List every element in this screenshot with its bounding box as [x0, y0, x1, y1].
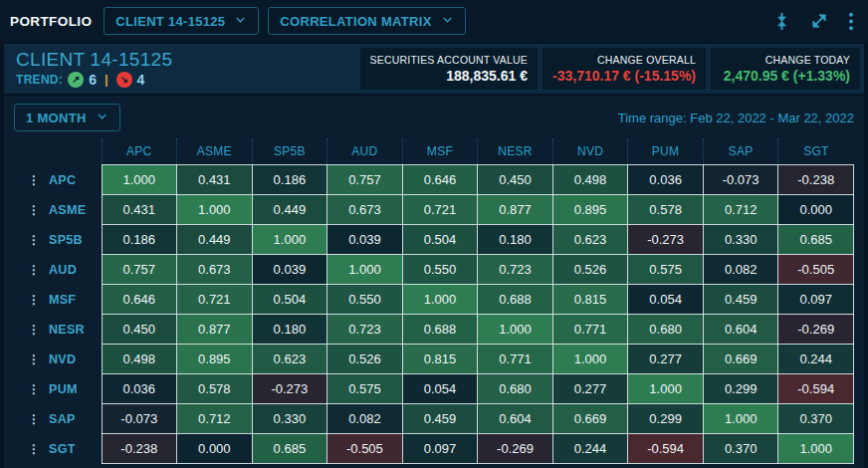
matrix-cell-aud-nesr: 0.723 — [478, 254, 553, 284]
securities-account-value-label: SECURITIES ACCOUNT VALUE — [370, 54, 528, 66]
matrix-cell-nesr-sgt: -0.269 — [778, 314, 854, 344]
matrix-cell-sap-asme: 0.712 — [177, 403, 253, 433]
matrix-cell-asme-nvd: 0.895 — [552, 194, 628, 224]
matrix-cell-asme-asme: 1.000 — [177, 194, 253, 224]
matrix-cell-asme-sap: 0.712 — [703, 194, 778, 224]
row-menu-icon[interactable]: ⋮ — [28, 173, 40, 187]
matrix-cell-sp5b-nesr: 0.180 — [478, 224, 553, 254]
matrix-cell-msf-sgt: 0.097 — [778, 284, 854, 314]
matrix-cell-pum-nvd: 0.277 — [552, 373, 628, 403]
matrix-cell-msf-nesr: 0.688 — [478, 284, 553, 314]
kebab-menu-icon[interactable] — [846, 10, 856, 33]
matrix-cell-sap-nesr: 0.604 — [478, 403, 553, 433]
expand-diagonal-icon[interactable] — [808, 10, 830, 32]
row-menu-icon[interactable]: ⋮ — [28, 352, 40, 366]
row-header-asme: ⋮ASME — [14, 194, 102, 224]
change-overall-label: CHANGE OVERALL — [597, 54, 696, 66]
client-selector-dropdown[interactable]: CLIENT 14-15125 — [104, 7, 259, 35]
matrix-row-pum: ⋮PUM0.0360.578-0.2730.5750.0540.6800.277… — [14, 373, 854, 403]
matrix-cell-aud-sp5b: 0.039 — [252, 254, 327, 284]
row-header-sp5b: ⋮SP5B — [14, 224, 102, 254]
matrix-cell-aud-aud: 1.000 — [327, 254, 403, 284]
matrix-cell-nesr-nesr: 1.000 — [478, 314, 553, 344]
matrix-cell-sap-nvd: 0.669 — [552, 403, 628, 433]
matrix-cell-pum-asme: 0.578 — [177, 373, 253, 403]
matrix-cell-msf-nvd: 0.815 — [552, 284, 628, 314]
row-ticker-label: NESR — [49, 323, 85, 337]
view-selector-dropdown[interactable]: CORRELATION MATRIX — [268, 7, 465, 35]
column-header-asme: ASME — [177, 138, 253, 164]
matrix-cell-pum-msf: 0.054 — [402, 373, 478, 403]
securities-account-value-box: SECURITIES ACCOUNT VALUE 188,835.61 € — [360, 48, 538, 90]
trend-down-icon: ↘ — [116, 72, 132, 88]
matrix-cell-sgt-asme: 0.000 — [177, 433, 253, 463]
matrix-cell-sp5b-sgt: 0.685 — [778, 224, 854, 254]
trend-down-count: 4 — [137, 72, 145, 88]
row-header-apc: ⋮APC — [14, 164, 102, 194]
matrix-cell-sp5b-asme: 0.449 — [177, 224, 253, 254]
row-menu-icon[interactable]: ⋮ — [28, 412, 40, 426]
matrix-cell-sp5b-msf: 0.504 — [402, 224, 478, 254]
main-panel: 1 MONTH Time range: Feb 22, 2022 - Mar 2… — [4, 96, 864, 468]
trend-label: TREND: — [16, 73, 63, 87]
matrix-cell-sap-sgt: 0.370 — [778, 403, 854, 433]
matrix-cell-aud-nvd: 0.526 — [552, 254, 628, 284]
matrix-cell-sap-apc: -0.073 — [102, 403, 177, 433]
collapse-vertical-icon[interactable] — [771, 10, 792, 33]
row-ticker-label: SAP — [49, 412, 76, 426]
matrix-row-nvd: ⋮NVD0.4980.8950.6230.5260.8150.7711.0000… — [14, 344, 854, 373]
matrix-cell-apc-nvd: 0.498 — [552, 164, 628, 194]
matrix-cell-apc-sgt: -0.238 — [778, 164, 854, 194]
matrix-cell-asme-sgt: 0.000 — [778, 194, 854, 224]
matrix-cell-aud-pum: 0.575 — [628, 254, 704, 284]
matrix-cell-sgt-nvd: 0.244 — [552, 433, 628, 463]
matrix-cell-sp5b-aud: 0.039 — [327, 224, 403, 254]
matrix-cell-aud-apc: 0.757 — [102, 254, 177, 284]
column-header-sp5b: SP5B — [252, 138, 327, 164]
client-name: CLIENT 14-15125 — [16, 50, 172, 71]
matrix-cell-msf-sap: 0.459 — [703, 284, 778, 314]
row-ticker-label: NVD — [49, 352, 76, 366]
matrix-cell-sgt-msf: 0.097 — [402, 433, 478, 463]
row-menu-icon[interactable]: ⋮ — [28, 203, 40, 217]
matrix-cell-apc-nesr: 0.450 — [478, 164, 553, 194]
time-range-text: Time range: Feb 22, 2022 - Mar 22, 2022 — [618, 111, 854, 125]
matrix-row-sap: ⋮SAP-0.0730.7120.3300.0820.4590.6040.669… — [14, 403, 854, 433]
column-header-sap: SAP — [703, 138, 778, 164]
matrix-cell-nesr-aud: 0.723 — [327, 314, 403, 344]
matrix-cell-sgt-apc: -0.238 — [102, 433, 177, 463]
chevron-down-icon — [441, 13, 454, 29]
row-menu-icon[interactable]: ⋮ — [28, 233, 40, 247]
row-menu-icon[interactable]: ⋮ — [28, 382, 40, 396]
matrix-cell-sgt-sgt: 1.000 — [778, 433, 854, 463]
trend-row: TREND: ↗ 6 | ↘ 4 — [16, 72, 172, 88]
row-ticker-label: APC — [49, 173, 76, 187]
period-selector-label: 1 MONTH — [26, 111, 87, 125]
matrix-cell-nvd-pum: 0.277 — [628, 344, 704, 373]
row-ticker-label: ASME — [49, 203, 86, 217]
row-menu-icon[interactable]: ⋮ — [28, 442, 40, 456]
matrix-cell-nvd-nesr: 0.771 — [478, 344, 553, 373]
correlation-table-head: APCASMESP5BAUDMSFNESRNVDPUMSAPSGT — [14, 138, 854, 164]
change-today-label: CHANGE TODAY — [765, 54, 850, 66]
row-menu-icon[interactable]: ⋮ — [28, 323, 40, 337]
row-header-msf: ⋮MSF — [14, 284, 102, 314]
matrix-cell-msf-sp5b: 0.504 — [252, 284, 327, 314]
row-header-pum: ⋮PUM — [14, 373, 102, 403]
client-selector-label: CLIENT 14-15125 — [115, 14, 225, 29]
matrix-cell-pum-aud: 0.575 — [327, 373, 403, 403]
matrix-cell-sp5b-sp5b: 1.000 — [252, 224, 327, 254]
matrix-cell-sgt-pum: -0.594 — [628, 433, 704, 463]
matrix-cell-sgt-sp5b: 0.685 — [252, 433, 327, 463]
row-header-nvd: ⋮NVD — [14, 344, 102, 373]
matrix-cell-asme-aud: 0.673 — [327, 194, 403, 224]
matrix-cell-pum-sp5b: -0.273 — [252, 373, 327, 403]
matrix-cell-sgt-nesr: -0.269 — [478, 433, 553, 463]
column-header-sgt: SGT — [778, 138, 854, 164]
row-menu-icon[interactable]: ⋮ — [28, 263, 40, 277]
column-header-msf: MSF — [402, 138, 478, 164]
row-menu-icon[interactable]: ⋮ — [28, 293, 40, 307]
matrix-cell-apc-sp5b: 0.186 — [252, 164, 327, 194]
period-selector-dropdown[interactable]: 1 MONTH — [14, 104, 120, 131]
row-ticker-label: SGT — [49, 442, 76, 456]
